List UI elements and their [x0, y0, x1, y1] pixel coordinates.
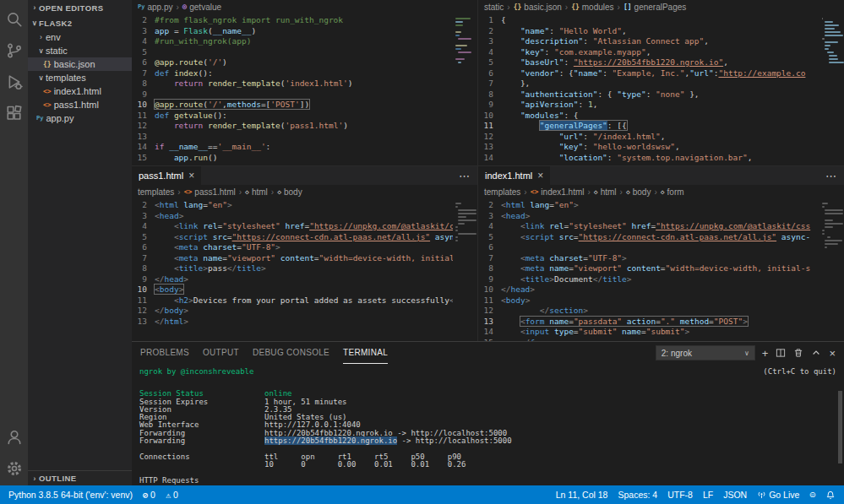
tree-item-env[interactable]: ›env — [28, 30, 132, 44]
breadcrumb-generalpages[interactable]: []generalPages — [623, 3, 686, 12]
terminal-selector-dropdown[interactable]: 2: ngrok ∨ — [656, 345, 755, 360]
status-item-go-live[interactable]: Go Live — [752, 485, 804, 504]
code-line[interactable]: 8 "authentication": { "type": "none" }, — [478, 89, 819, 100]
code-line[interactable]: 5 — [132, 47, 453, 58]
code-line[interactable]: 5 <script src="https://connect-cdn.atl-p… — [478, 232, 819, 243]
code-line[interactable]: 13</html> — [132, 317, 453, 328]
code-line[interactable]: 9 — [132, 89, 453, 100]
breadcrumb-body[interactable]: ◇body — [626, 187, 651, 197]
status-item-spaces-4[interactable]: Spaces: 4 — [613, 485, 662, 504]
kill-terminal-icon[interactable] — [793, 348, 803, 358]
tree-item-basic-json[interactable]: {}basic.json — [28, 57, 132, 71]
status-item-lf[interactable]: LF — [698, 485, 718, 504]
code-line[interactable]: 15 app.run() — [132, 153, 453, 164]
breadcrumb-body[interactable]: ◇body — [277, 187, 302, 197]
code-line[interactable]: 6 <meta charset="UTF-8"> — [132, 242, 453, 253]
panel-tab-terminal[interactable]: TERMINAL — [343, 342, 388, 364]
code-editor-index1-html[interactable]: 2<html lang="en">3<head>4 <link rel="sty… — [478, 198, 844, 341]
code-line[interactable]: 13 "key": "hello-worldswsw", — [478, 142, 819, 153]
code-line[interactable]: 7 }, — [478, 79, 819, 89]
editor-more-actions-button[interactable]: ⋯ — [818, 166, 844, 185]
code-line[interactable]: 2 "name": "Hello World", — [478, 26, 819, 37]
code-line[interactable]: 4 <link rel="stylesheet" href="https://u… — [132, 221, 453, 232]
code-line[interactable]: 10@app.route('/',methods=['POST']) — [132, 100, 453, 111]
breadcrumb-pass1-html[interactable]: <>pass1.html — [184, 187, 236, 197]
status-item-json[interactable]: JSON — [718, 485, 752, 504]
code-line[interactable]: 4 <link rel="stylesheet" href="https://u… — [478, 221, 819, 232]
code-line[interactable]: 6 — [478, 242, 819, 253]
code-line[interactable]: 9</head> — [132, 274, 453, 285]
status-item-python-3-8-5-64-bit-env-venv-[interactable]: Python 3.8.5 64-bit ('env': venv) — [3, 485, 138, 504]
settings-gear-icon[interactable] — [0, 453, 28, 484]
close-icon[interactable]: × — [188, 171, 194, 181]
add-terminal-icon[interactable]: + — [762, 348, 769, 359]
code-line[interactable]: 12 return render_template('pass1.html') — [132, 121, 453, 132]
code-line[interactable]: 11<body> — [478, 295, 819, 306]
code-line[interactable]: 10<body> — [132, 285, 453, 295]
code-line[interactable]: 14if __name__=='__main__': — [132, 142, 453, 153]
code-line[interactable]: 6 "vendor": {"name": "Example, Inc.","ur… — [478, 68, 819, 79]
code-line[interactable]: 2<html lang="en"> — [478, 200, 819, 211]
code-line[interactable]: 1{ — [478, 15, 819, 26]
account-icon[interactable] — [0, 421, 28, 453]
code-line[interactable]: 8 <meta name="viewport" content="width=d… — [478, 263, 819, 274]
breadcrumb-form[interactable]: ◇form — [661, 187, 684, 197]
status-item-0[interactable]: ⊘0 — [138, 485, 161, 504]
breadcrumb-modules[interactable]: {}modules — [571, 3, 613, 12]
code-line[interactable]: 9 "apiVersion": 1, — [478, 100, 819, 111]
status-item-utf-8[interactable]: UTF-8 — [662, 485, 698, 504]
source-control-icon[interactable] — [0, 35, 28, 66]
code-line[interactable]: 7 <meta charset="UTF-8"> — [478, 253, 819, 264]
workspace-root-header[interactable]: ∨ FLASK2 — [28, 15, 132, 30]
code-line[interactable]: 14 <input type="submit" name="submit"> — [478, 327, 819, 338]
code-line[interactable]: 12 "url": "/index1.html", — [478, 132, 819, 143]
editor-more-actions-button[interactable]: ⋯ — [451, 166, 477, 185]
minimap[interactable] — [821, 16, 844, 63]
breadcrumb-html[interactable]: ◇html — [245, 187, 268, 197]
code-line[interactable]: 11def getvalue(): — [132, 111, 453, 122]
tab-pass1-html[interactable]: pass1.html × — [132, 166, 201, 185]
breadcrumb-static[interactable]: static — [484, 3, 504, 12]
code-line[interactable]: 9 <title>Document</title> — [478, 274, 819, 285]
code-line[interactable]: 11 "generalPages": [{ — [478, 121, 819, 132]
terminal-output[interactable]: ngrok by @inconshreveable(Ctrl+C to quit… — [132, 364, 844, 485]
status-item-ln-11-col-18[interactable]: Ln 11, Col 18 — [551, 485, 613, 504]
code-line[interactable]: 8 return render_template('index1.html') — [132, 79, 453, 89]
code-line[interactable]: 3app = Flask(__name__) — [132, 26, 453, 37]
panel-tab-output[interactable]: OUTPUT — [203, 342, 239, 364]
code-line[interactable]: 11 <h2>Devices from your portal added as… — [132, 295, 453, 306]
tree-item-app-py[interactable]: Pyapp.py — [28, 111, 132, 125]
tree-item-pass1-html[interactable]: <>pass1.html — [28, 98, 132, 111]
panel-tab-problems[interactable]: PROBLEMS — [140, 342, 189, 364]
code-line[interactable]: 14 "location": "system.top.navigation.ba… — [478, 153, 819, 164]
code-line[interactable]: 6@app.route('/') — [132, 57, 453, 68]
code-editor-pass1-html[interactable]: 2<html lang="en">3<head>4 <link rel="sty… — [132, 198, 477, 341]
tree-item-static[interactable]: ∨static — [28, 44, 132, 57]
tree-item-templates[interactable]: ∨templates — [28, 71, 132, 84]
status-item-feedback-icon[interactable]: ☺ — [804, 485, 820, 504]
code-line[interactable]: 3<head> — [132, 211, 453, 222]
code-line[interactable]: 7def index(): — [132, 68, 453, 79]
code-editor-app-py[interactable]: 2#from flask_ngrok import run_with_ngrok… — [132, 14, 477, 165]
breadcrumb-app-py[interactable]: Pyapp.py — [138, 3, 172, 12]
code-line[interactable]: 5 "baseUrl": "https://20b54fbb1220.ngrok… — [478, 57, 819, 68]
minimap[interactable] — [455, 201, 477, 241]
minimap[interactable] — [455, 16, 477, 63]
code-line[interactable]: 3<head> — [478, 211, 819, 222]
tree-item-index1-html[interactable]: <>index1.html — [28, 84, 132, 98]
search-icon[interactable] — [0, 3, 28, 35]
code-line[interactable]: 4#run_with_ngrok(app) — [132, 36, 453, 47]
terminal-scrollbar[interactable] — [838, 391, 842, 463]
code-line[interactable]: 4 "key": "com.example.myapp", — [478, 47, 819, 58]
close-icon[interactable]: × — [537, 171, 543, 181]
code-line[interactable]: 12 </section> — [478, 306, 819, 317]
close-panel-icon[interactable]: × — [829, 348, 836, 359]
code-line[interactable]: 13 — [132, 132, 453, 143]
code-line[interactable]: 2<html lang="en"> — [132, 200, 453, 211]
breadcrumb-getvalue[interactable]: ⊙getvalue — [182, 3, 221, 12]
status-item-bell-icon[interactable] — [820, 485, 841, 504]
code-line[interactable]: 13 <form name="passdata" action="." meth… — [478, 317, 819, 328]
code-line[interactable]: 12</body> — [132, 306, 453, 317]
breadcrumb-html[interactable]: ◇html — [594, 187, 617, 197]
code-editor-basic-json[interactable]: 1{2 "name": "Hello World",3 "description… — [478, 14, 844, 165]
